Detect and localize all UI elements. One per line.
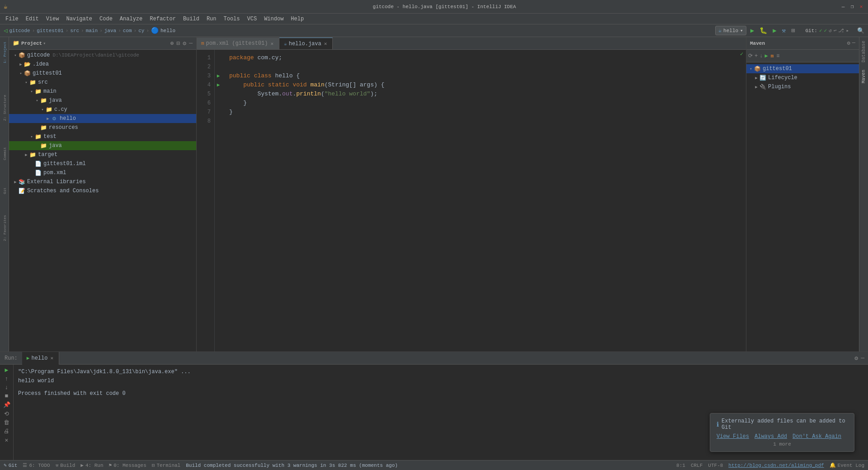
tree-item-main[interactable]: ▾ 📁 main — [9, 87, 196, 96]
maven-refresh-button[interactable]: ⟳ — [748, 52, 753, 59]
run-clear-button[interactable]: 🗑 — [4, 419, 9, 426]
run-print-button[interactable]: 🖨 — [4, 428, 9, 435]
more-vcs-button[interactable]: ▸ — [846, 28, 849, 33]
code-editor[interactable]: package com.cy; public class hello { pub… — [224, 50, 746, 351]
tree-item-ccy[interactable]: ▾ 📁 c.cy — [9, 105, 196, 114]
run-with-coverage-button[interactable]: ▶ — [771, 26, 778, 35]
run-panel-settings-button[interactable]: ⚙ — [854, 355, 858, 362]
maven-item-plugins[interactable]: ▶ 🔌 Plugins — [746, 82, 859, 91]
status-terminal[interactable]: ⊟ Terminal — [152, 462, 180, 468]
tab-pom[interactable]: m pom.xml (gittest01) ✕ — [197, 38, 279, 49]
locate-file-button[interactable]: ⊕ — [170, 40, 174, 47]
run-panel-collapse-button[interactable]: — — [861, 355, 864, 362]
breadcrumb-java[interactable]: java — [104, 28, 116, 33]
tree-item-target[interactable]: ▶ 📁 target — [9, 150, 196, 159]
menu-navigate[interactable]: Navigate — [62, 15, 96, 23]
sidebar-close-button[interactable]: — — [189, 40, 193, 47]
vtab-maven[interactable]: Maven — [860, 66, 867, 87]
menu-refactor[interactable]: Refactor — [146, 15, 179, 23]
status-build[interactable]: ⚒ Build — [56, 462, 75, 468]
menu-run[interactable]: Run — [203, 15, 220, 23]
run-scroll-up-button[interactable]: ↑ — [5, 375, 9, 382]
breadcrumb-gittest01[interactable]: gittest01 — [37, 28, 63, 33]
sidebar-settings-button[interactable]: ⚙ — [183, 40, 186, 47]
tree-item-pom[interactable]: 📄 pom.xml — [9, 168, 196, 177]
branches-button[interactable]: ⎇ — [838, 28, 844, 33]
build-button[interactable]: ⚒ — [781, 26, 787, 35]
tree-item-gittest01[interactable]: ▾ 📦 gittest01 — [9, 69, 196, 78]
push-button[interactable]: ✓ — [824, 28, 827, 33]
tree-item-external-libs[interactable]: ▶ 📚 External Libraries — [9, 177, 196, 186]
tree-item-resources[interactable]: ▶ 📁 resources — [9, 123, 196, 132]
status-messages[interactable]: ⚑ 0: Messages — [109, 462, 146, 468]
tree-item-scratches[interactable]: 📝 Scratches and Consoles — [9, 186, 196, 195]
breadcrumb-src[interactable]: src — [70, 28, 79, 33]
maven-item-gittest01[interactable]: ▾ 📦 gittest01 — [746, 64, 859, 73]
tree-item-test-java[interactable]: ▶ 📁 java — [9, 141, 196, 150]
tree-item-test[interactable]: ▾ 📁 test — [9, 132, 196, 141]
maximize-button[interactable]: ❐ — [849, 4, 855, 10]
commit-tool-icon[interactable]: Commit — [0, 140, 9, 167]
maven-run-button[interactable]: ▶ — [764, 52, 768, 59]
close-button[interactable]: ✕ — [858, 4, 864, 10]
status-encoding[interactable]: UTF-8 — [708, 462, 723, 468]
revert-button[interactable]: ↩ — [834, 28, 837, 33]
breadcrumb-main[interactable]: main — [86, 28, 98, 33]
menu-code[interactable]: Code — [96, 15, 116, 23]
tree-item-idea[interactable]: ▶ 📂 .idea — [9, 60, 196, 69]
more-actions-button[interactable]: ⊞ — [790, 26, 796, 35]
menu-build[interactable]: Build — [179, 15, 203, 23]
vtab-database[interactable]: Database — [860, 37, 867, 66]
status-crlf[interactable]: CRLF — [691, 462, 703, 468]
tree-item-src[interactable]: ▾ 📁 src — [9, 78, 196, 87]
status-event-log[interactable]: 🔔 Event Log — [830, 462, 864, 468]
status-git[interactable]: ✎ Git — [4, 462, 17, 468]
menu-file[interactable]: File — [2, 15, 22, 23]
search-everywhere-button[interactable]: 🔍 — [857, 27, 864, 34]
tree-item-iml[interactable]: 📄 gittest01.iml — [9, 159, 196, 168]
maven-collapse-button[interactable]: — — [852, 40, 855, 47]
commit-button[interactable]: ✓ — [819, 28, 822, 33]
nav-back-icon[interactable]: ◁ — [4, 27, 7, 34]
favorites-tool-icon[interactable]: 2: Favorites — [0, 214, 9, 242]
run-gutter-line3[interactable]: ▶ — [215, 71, 222, 81]
notification-more[interactable]: 1 more — [717, 442, 848, 447]
collapse-all-button[interactable]: ⊟ — [177, 40, 180, 47]
run-close-button[interactable]: ✕ — [5, 437, 9, 444]
run-active-tab[interactable]: ▶ hello ✕ — [22, 352, 59, 365]
run-button[interactable]: ▶ — [749, 26, 755, 35]
notification-dont-ask[interactable]: Don't Ask Again — [793, 433, 841, 440]
menu-tools[interactable]: Tools — [220, 15, 244, 23]
project-tool-icon[interactable]: 1: Project — [0, 39, 9, 66]
status-url[interactable]: http://blog.csdn.net/aliming_pdf — [728, 462, 824, 468]
run-gutter-line4[interactable]: ▶ — [215, 81, 222, 90]
tab-hello[interactable]: ☕ hello.java ✕ — [279, 38, 333, 49]
maven-add-button[interactable]: + — [755, 53, 758, 59]
notification-view-files[interactable]: View Files — [717, 433, 749, 440]
status-todo[interactable]: ☰ 6: TODO — [23, 462, 50, 468]
maven-item-lifecycle[interactable]: ▶ 🔄 Lifecycle — [746, 73, 859, 82]
update-button[interactable]: ↺ — [829, 28, 832, 33]
tree-item-gitcode[interactable]: ▾ 📦 gitcode D:\IDEAProject\daniel\gitcod… — [9, 51, 196, 60]
pom-tab-close[interactable]: ✕ — [269, 40, 274, 47]
run-soft-wrap-button[interactable]: ⟲ — [4, 410, 9, 418]
menu-window[interactable]: Window — [260, 15, 287, 23]
maven-download-button[interactable]: ↓ — [760, 53, 763, 59]
run-restart-button[interactable]: ▶ — [5, 366, 9, 374]
breadcrumb-cy[interactable]: cy — [138, 28, 144, 33]
tree-item-java[interactable]: ▾ 📁 java — [9, 96, 196, 105]
minimize-button[interactable]: — — [840, 4, 846, 10]
run-tab-close[interactable]: ✕ — [49, 355, 54, 361]
git-tool-icon[interactable]: Git — [0, 177, 9, 204]
notification-always-add[interactable]: Always Add — [755, 433, 787, 440]
run-config-dropdown[interactable]: ☕ hello ▾ — [715, 26, 746, 35]
run-stop-button[interactable]: ■ — [5, 393, 9, 399]
tree-item-hello[interactable]: ▶ ⚙ hello — [9, 114, 196, 123]
maven-settings-button[interactable]: ⚙ — [847, 40, 850, 47]
maven-toggle-button[interactable]: ≡ — [776, 53, 779, 59]
menu-help[interactable]: Help — [287, 15, 307, 23]
hello-tab-close[interactable]: ✕ — [323, 40, 328, 47]
menu-edit[interactable]: Edit — [22, 15, 42, 23]
structure-tool-icon[interactable]: Z: Structure — [0, 94, 9, 121]
status-position[interactable]: 8:1 — [676, 462, 685, 468]
